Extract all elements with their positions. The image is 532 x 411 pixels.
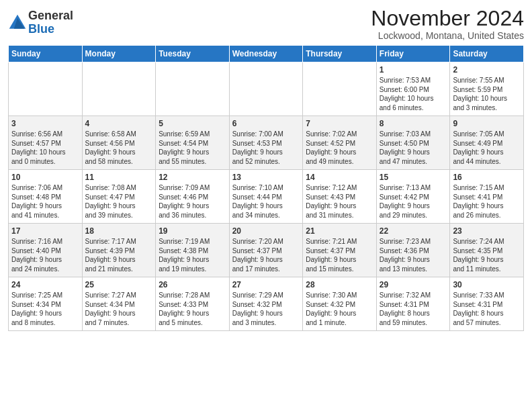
day-number: 27 <box>232 280 300 289</box>
day-number: 20 <box>232 226 300 236</box>
day-info: Sunrise: 7:03 AM Sunset: 4:50 PM Dayligh… <box>380 130 447 166</box>
day-info: Sunrise: 7:55 AM Sunset: 5:59 PM Dayligh… <box>453 76 521 112</box>
day-info: Sunrise: 7:06 AM Sunset: 4:48 PM Dayligh… <box>11 183 79 220</box>
day-info: Sunrise: 7:00 AM Sunset: 4:53 PM Dayligh… <box>232 130 300 166</box>
logo-icon <box>8 13 27 32</box>
table-row: 30Sunrise: 7:33 AM Sunset: 4:31 PM Dayli… <box>450 277 524 331</box>
day-number: 3 <box>11 119 79 128</box>
day-number: 6 <box>232 119 300 128</box>
table-row: 7Sunrise: 7:02 AM Sunset: 4:52 PM Daylig… <box>303 116 377 170</box>
table-row: 9Sunrise: 7:05 AM Sunset: 4:49 PM Daylig… <box>450 116 524 170</box>
day-number: 10 <box>11 173 79 182</box>
week-row-5: 24Sunrise: 7:25 AM Sunset: 4:34 PM Dayli… <box>9 277 524 331</box>
col-thursday: Thursday <box>303 46 377 62</box>
table-row: 24Sunrise: 7:25 AM Sunset: 4:34 PM Dayli… <box>9 277 83 331</box>
table-row: 29Sunrise: 7:32 AM Sunset: 4:31 PM Dayli… <box>376 277 450 331</box>
table-row: 14Sunrise: 7:12 AM Sunset: 4:43 PM Dayli… <box>303 170 377 224</box>
table-row: 8Sunrise: 7:03 AM Sunset: 4:50 PM Daylig… <box>376 116 450 170</box>
day-number: 25 <box>85 280 153 289</box>
week-row-1: 1Sunrise: 7:53 AM Sunset: 6:00 PM Daylig… <box>9 62 524 116</box>
day-info: Sunrise: 7:12 AM Sunset: 4:43 PM Dayligh… <box>306 183 373 220</box>
day-number: 15 <box>380 173 447 182</box>
day-number: 22 <box>380 226 447 236</box>
col-friday: Friday <box>376 46 450 62</box>
day-info: Sunrise: 7:25 AM Sunset: 4:34 PM Dayligh… <box>11 291 79 327</box>
table-row: 1Sunrise: 7:53 AM Sunset: 6:00 PM Daylig… <box>376 62 450 116</box>
table-row: 13Sunrise: 7:10 AM Sunset: 4:44 PM Dayli… <box>229 170 303 224</box>
day-number: 26 <box>159 280 226 289</box>
table-row <box>303 62 377 116</box>
day-number: 11 <box>85 173 153 182</box>
day-info: Sunrise: 7:09 AM Sunset: 4:46 PM Dayligh… <box>159 183 226 220</box>
table-row: 10Sunrise: 7:06 AM Sunset: 4:48 PM Dayli… <box>9 170 83 224</box>
table-row: 18Sunrise: 7:17 AM Sunset: 4:39 PM Dayli… <box>82 224 156 277</box>
col-saturday: Saturday <box>450 46 524 62</box>
day-info: Sunrise: 7:21 AM Sunset: 4:37 PM Dayligh… <box>306 237 373 273</box>
title-block: November 2024 Lockwood, Montana, United … <box>371 7 524 41</box>
day-number: 4 <box>85 119 153 128</box>
day-info: Sunrise: 7:13 AM Sunset: 4:42 PM Dayligh… <box>380 183 447 220</box>
table-row: 5Sunrise: 6:59 AM Sunset: 4:54 PM Daylig… <box>156 116 230 170</box>
col-monday: Monday <box>82 46 156 62</box>
day-info: Sunrise: 7:05 AM Sunset: 4:49 PM Dayligh… <box>453 130 521 166</box>
calendar-table: Sunday Monday Tuesday Wednesday Thursday… <box>8 45 524 331</box>
day-number: 21 <box>306 226 373 236</box>
table-row <box>229 62 303 116</box>
table-row: 23Sunrise: 7:24 AM Sunset: 4:35 PM Dayli… <box>450 224 524 277</box>
day-number: 18 <box>85 226 153 236</box>
day-number: 13 <box>232 173 300 182</box>
day-info: Sunrise: 7:33 AM Sunset: 4:31 PM Dayligh… <box>453 291 521 327</box>
table-row: 2Sunrise: 7:55 AM Sunset: 5:59 PM Daylig… <box>450 62 524 116</box>
day-number: 24 <box>11 280 79 289</box>
table-row: 6Sunrise: 7:00 AM Sunset: 4:53 PM Daylig… <box>229 116 303 170</box>
table-row: 16Sunrise: 7:15 AM Sunset: 4:41 PM Dayli… <box>450 170 524 224</box>
day-number: 7 <box>306 119 373 128</box>
day-info: Sunrise: 7:24 AM Sunset: 4:35 PM Dayligh… <box>453 237 521 273</box>
day-number: 28 <box>306 280 373 289</box>
col-sunday: Sunday <box>9 46 83 62</box>
day-info: Sunrise: 7:30 AM Sunset: 4:32 PM Dayligh… <box>306 291 373 327</box>
table-row: 3Sunrise: 6:56 AM Sunset: 4:57 PM Daylig… <box>9 116 83 170</box>
table-row: 28Sunrise: 7:30 AM Sunset: 4:32 PM Dayli… <box>303 277 377 331</box>
location-text: Lockwood, Montana, United States <box>371 30 524 41</box>
table-row: 15Sunrise: 7:13 AM Sunset: 4:42 PM Dayli… <box>376 170 450 224</box>
header: General Blue November 2024 Lockwood, Mon… <box>8 7 524 41</box>
week-row-4: 17Sunrise: 7:16 AM Sunset: 4:40 PM Dayli… <box>9 224 524 277</box>
table-row: 27Sunrise: 7:29 AM Sunset: 4:32 PM Dayli… <box>229 277 303 331</box>
day-number: 8 <box>380 119 447 128</box>
day-number: 9 <box>453 119 521 128</box>
day-info: Sunrise: 6:56 AM Sunset: 4:57 PM Dayligh… <box>11 130 79 166</box>
day-info: Sunrise: 7:23 AM Sunset: 4:36 PM Dayligh… <box>380 237 447 273</box>
day-info: Sunrise: 7:53 AM Sunset: 6:00 PM Dayligh… <box>380 76 447 112</box>
table-row: 20Sunrise: 7:20 AM Sunset: 4:37 PM Dayli… <box>229 224 303 277</box>
day-info: Sunrise: 7:08 AM Sunset: 4:47 PM Dayligh… <box>85 183 153 220</box>
day-number: 14 <box>306 173 373 182</box>
day-number: 2 <box>453 65 521 75</box>
day-info: Sunrise: 7:27 AM Sunset: 4:34 PM Dayligh… <box>85 291 153 327</box>
day-info: Sunrise: 7:19 AM Sunset: 4:38 PM Dayligh… <box>159 237 226 273</box>
day-info: Sunrise: 7:16 AM Sunset: 4:40 PM Dayligh… <box>11 237 79 273</box>
logo-blue-text: Blue <box>28 22 54 36</box>
day-number: 16 <box>453 173 521 182</box>
col-wednesday: Wednesday <box>229 46 303 62</box>
day-info: Sunrise: 7:10 AM Sunset: 4:44 PM Dayligh… <box>232 183 300 220</box>
table-row <box>82 62 156 116</box>
table-row: 21Sunrise: 7:21 AM Sunset: 4:37 PM Dayli… <box>303 224 377 277</box>
day-number: 12 <box>159 173 226 182</box>
table-row: 17Sunrise: 7:16 AM Sunset: 4:40 PM Dayli… <box>9 224 83 277</box>
table-row: 12Sunrise: 7:09 AM Sunset: 4:46 PM Dayli… <box>156 170 230 224</box>
day-info: Sunrise: 7:15 AM Sunset: 4:41 PM Dayligh… <box>453 183 521 220</box>
day-number: 30 <box>453 280 521 289</box>
logo-general-text: General <box>28 9 73 22</box>
day-info: Sunrise: 7:32 AM Sunset: 4:31 PM Dayligh… <box>380 291 447 327</box>
table-row: 4Sunrise: 6:58 AM Sunset: 4:56 PM Daylig… <box>82 116 156 170</box>
day-info: Sunrise: 7:17 AM Sunset: 4:39 PM Dayligh… <box>85 237 153 273</box>
header-row: Sunday Monday Tuesday Wednesday Thursday… <box>9 46 524 62</box>
week-row-2: 3Sunrise: 6:56 AM Sunset: 4:57 PM Daylig… <box>9 116 524 170</box>
day-info: Sunrise: 7:28 AM Sunset: 4:33 PM Dayligh… <box>159 291 226 327</box>
day-number: 5 <box>159 119 226 128</box>
month-title: November 2024 <box>371 7 524 30</box>
table-row <box>156 62 230 116</box>
table-row: 22Sunrise: 7:23 AM Sunset: 4:36 PM Dayli… <box>376 224 450 277</box>
day-info: Sunrise: 7:02 AM Sunset: 4:52 PM Dayligh… <box>306 130 373 166</box>
